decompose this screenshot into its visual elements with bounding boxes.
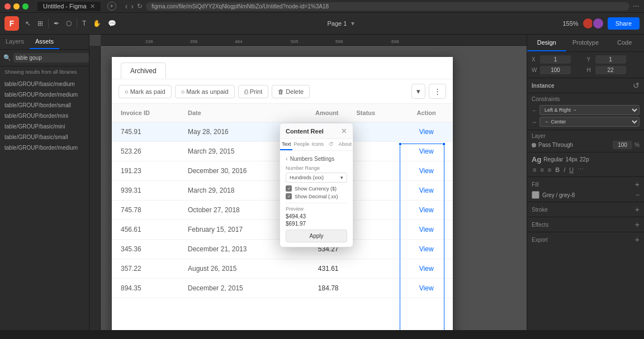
reload-icon[interactable]: ↻ <box>137 2 143 10</box>
list-item[interactable]: table/GROUP/border/mini <box>0 111 89 121</box>
mark-paid-button[interactable]: ○ Mark as paid <box>119 85 172 98</box>
share-button[interactable]: Share <box>608 17 640 30</box>
cell-action[interactable]: View <box>400 142 453 161</box>
cell-id: 894.35 <box>112 279 179 298</box>
more-text-icon[interactable]: ⋯ <box>576 165 585 174</box>
font-style-label: Regular <box>543 156 563 163</box>
ruler-horizontal: 228 356 484 505 599 608 <box>101 35 527 46</box>
y-input[interactable] <box>595 55 626 64</box>
shape-tool[interactable]: ⬡ <box>63 17 74 30</box>
show-decimal-checkbox[interactable]: ✓ <box>286 193 292 199</box>
figma-logo[interactable]: F <box>4 16 19 31</box>
font-size2-label: 22p <box>580 156 589 163</box>
bold-icon[interactable]: B <box>554 166 561 174</box>
url-bar[interactable]: figma.com/file/mSiQdYY2XqNlogptNmNtbZo/U… <box>146 2 629 11</box>
tab-design[interactable]: Design <box>527 35 566 51</box>
tab-assets[interactable]: Assets <box>30 35 59 49</box>
constraint-h-select[interactable]: Left & Right → <box>539 105 640 115</box>
popup-tab-people[interactable]: People <box>292 139 310 150</box>
forward-icon[interactable]: › <box>131 2 134 11</box>
popup-tab-about[interactable]: About <box>337 139 353 150</box>
add-stroke-icon[interactable]: + <box>635 205 640 214</box>
instance-reset-icon[interactable]: ↺ <box>633 81 640 90</box>
print-button[interactable]: ⎙ Print <box>238 85 269 98</box>
popup-tab-timer[interactable]: ⏱ <box>325 139 337 150</box>
cell-action[interactable]: View <box>400 161 453 181</box>
table-row[interactable]: 357.22 August 26, 2015 431.61 View <box>112 259 453 279</box>
show-currency-checkbox[interactable]: ✓ <box>286 185 292 192</box>
cell-id: 745.91 <box>112 122 179 142</box>
view-link[interactable]: View <box>419 284 434 292</box>
text-tool[interactable]: T <box>79 17 89 30</box>
x-input[interactable] <box>540 55 571 64</box>
number-range-dropdown[interactable]: Hundreds (xxx) ▾ <box>286 173 347 183</box>
show-currency-row[interactable]: ✓ Show Currency ($) <box>286 185 347 192</box>
list-item[interactable]: table/GROUP/border/medium <box>0 142 89 153</box>
popup-tab-icons[interactable]: Icons <box>311 139 325 150</box>
filter-button[interactable]: ▾ <box>411 84 425 99</box>
fill-expand-icon[interactable]: − <box>636 191 640 199</box>
align-left-icon[interactable]: ≡ <box>532 166 537 174</box>
opacity-input[interactable] <box>613 141 632 149</box>
cell-action[interactable]: View <box>400 259 453 279</box>
view-link[interactable]: View <box>419 226 434 233</box>
back-icon[interactable]: ‹ <box>125 2 128 11</box>
tab-prototype[interactable]: Prototype <box>566 35 605 51</box>
list-item[interactable]: table/GROUP/border/medium <box>0 89 89 100</box>
view-link[interactable]: View <box>419 128 434 136</box>
new-tab-button[interactable]: + <box>107 2 116 11</box>
show-decimal-row[interactable]: ✓ Show Decimal (.xx) <box>286 193 347 199</box>
add-effect-icon[interactable]: + <box>635 220 640 229</box>
cell-action[interactable]: View <box>400 200 453 220</box>
italic-icon[interactable]: I <box>562 166 566 174</box>
align-right-icon[interactable]: ≡ <box>547 166 552 174</box>
cell-date: March 29, 2018 <box>179 181 288 200</box>
hand-tool[interactable]: ✋ <box>90 17 104 30</box>
list-item[interactable]: table/GROUP/border/small <box>0 100 89 111</box>
view-link[interactable]: View <box>419 147 434 155</box>
cell-action[interactable]: View <box>400 220 453 240</box>
popup-close-icon[interactable]: ✕ <box>341 127 347 135</box>
numbers-settings-row[interactable]: ‹ Numbers Settings <box>286 155 347 162</box>
table-row[interactable]: 894.35 December 2, 2015 184.78 View <box>112 279 453 298</box>
pen-tool[interactable]: ✒ <box>51 17 62 30</box>
add-fill-icon[interactable]: + <box>635 180 640 189</box>
constraint-v-select[interactable]: ← Center <box>539 117 640 127</box>
cell-action[interactable]: View <box>400 279 453 298</box>
frame-tool[interactable]: ⊞ <box>35 17 46 30</box>
w-input[interactable] <box>540 66 571 74</box>
page-label: Page 1 <box>327 20 347 27</box>
underline-icon[interactable]: U <box>568 166 575 174</box>
delete-button[interactable]: 🗑 Delete <box>272 85 310 98</box>
view-link[interactable]: View <box>419 245 434 253</box>
fill-color-swatch[interactable] <box>532 191 539 199</box>
search-input[interactable] <box>13 53 89 63</box>
tab-close-icon[interactable]: ✕ <box>90 3 95 10</box>
align-center-icon[interactable]: ≡ <box>539 166 544 174</box>
cell-action[interactable]: View <box>400 122 453 142</box>
h-input[interactable] <box>595 66 626 74</box>
tab-layers[interactable]: Layers <box>0 35 30 49</box>
view-link[interactable]: View <box>419 265 434 273</box>
comment-tool[interactable]: 💬 <box>105 17 119 30</box>
view-link[interactable]: View <box>419 167 434 175</box>
cell-action[interactable]: View <box>400 240 453 259</box>
view-link[interactable]: View <box>419 206 434 214</box>
list-item[interactable]: table/GROUP/basic/medium <box>0 79 89 89</box>
archived-tab[interactable]: Archived <box>121 63 166 79</box>
popup-tab-text[interactable]: Text <box>280 139 292 150</box>
add-export-icon[interactable]: + <box>635 235 640 244</box>
view-link[interactable]: View <box>419 187 434 194</box>
apply-button[interactable]: Apply <box>286 230 347 242</box>
more-options-button[interactable]: ⋮ <box>429 84 446 99</box>
tab-code[interactable]: Code <box>605 35 644 51</box>
list-item[interactable]: table/GROUP/basic/mini <box>0 121 89 132</box>
page-chevron[interactable]: ▾ <box>351 20 354 27</box>
move-tool[interactable]: ↖ <box>22 17 34 30</box>
list-item[interactable]: table/GROUP/basic/small <box>0 132 89 142</box>
cell-action[interactable]: View <box>400 181 453 200</box>
extensions-icon[interactable]: ⋯ <box>633 2 640 10</box>
avatar2 <box>592 17 604 30</box>
mark-unpaid-button[interactable]: ○ Mark as unpaid <box>175 85 235 98</box>
separator1 <box>48 18 49 28</box>
